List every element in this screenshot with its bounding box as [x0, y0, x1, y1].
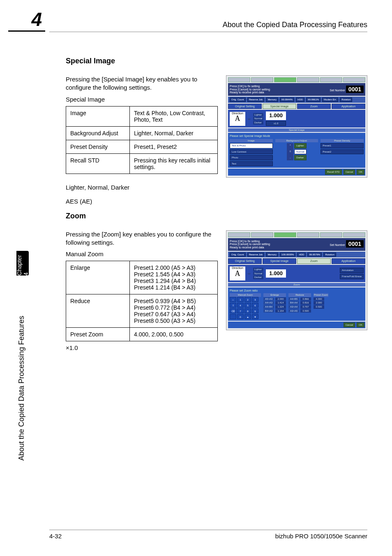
keypad-key[interactable]: 2: [244, 297, 251, 302]
mini-normal: Normal: [253, 272, 263, 276]
tab-original-setting[interactable]: Original Setting: [228, 104, 262, 109]
zoom-ratio-display: 1.000: [266, 269, 286, 278]
annotation-button[interactable]: Annotation: [340, 268, 364, 273]
keypad-icon[interactable]: ⌂: [230, 297, 236, 302]
opt-low-contrast[interactable]: Low Contrast: [230, 149, 273, 155]
reduce-row[interactable]: B4>A40.816: [288, 301, 311, 305]
table-row: Background AdjustLighter, Normal, Darker: [66, 126, 218, 140]
chapter-side-tab: Chapter 4: [16, 251, 29, 276]
mini-lighter: Lighter: [253, 113, 263, 117]
tab-application[interactable]: Application: [332, 258, 365, 264]
status-line: Press [Cancel] to cancel setting: [230, 243, 270, 246]
reduce-row[interactable]: A4>B50.866: [288, 297, 311, 301]
ok-button[interactable]: OK: [357, 169, 364, 175]
mode-tab[interactable]: [343, 77, 365, 82]
keypad-key[interactable]: 4: [237, 303, 244, 308]
x10-indicator: x1.0: [266, 121, 286, 126]
mode-tab[interactable]: [320, 77, 342, 82]
mode-tab[interactable]: [320, 232, 342, 237]
keypad-key[interactable]: 0: [237, 314, 244, 319]
cell-key: Enlarge: [66, 261, 130, 294]
direction-letter: A: [235, 270, 240, 277]
status-line: Ready to receive print data: [230, 91, 270, 94]
mode-tab[interactable]: [343, 232, 365, 237]
keypad-key[interactable]: 6: [252, 303, 258, 308]
tab-zoom[interactable]: Zoom: [297, 104, 331, 109]
cancel-button[interactable]: Cancel: [344, 322, 355, 328]
hdd-pct: 99.9961%: [306, 97, 321, 102]
product-name: bizhub PRO 1050/1050e Scanner: [275, 533, 367, 540]
cancel-button[interactable]: Cancel: [344, 169, 355, 175]
enlarge-row[interactable]: B4>A31.154: [263, 309, 286, 313]
set-number-label: Set Number: [330, 89, 345, 92]
mini-darker: Darker: [253, 121, 263, 125]
bg-slider[interactable]: +0-: [287, 143, 293, 160]
keypad-key[interactable]: 8: [244, 308, 251, 313]
zoom-intro: Pressing the [Zoom] key enables you to c…: [66, 230, 218, 247]
enlarge-row[interactable]: A4>A31.414: [263, 301, 286, 305]
keypad-key[interactable]: 3: [252, 297, 258, 302]
preset-density-header: Preset Density: [321, 139, 364, 143]
tab-zoom[interactable]: Zoom: [297, 258, 331, 264]
zoom-line1: ×1.0: [66, 344, 218, 352]
tab-special-image[interactable]: Special Image: [263, 258, 296, 264]
memory-chip: Memory: [266, 253, 278, 257]
recall-std-button[interactable]: Recall STD: [325, 169, 341, 175]
bg-normal-button[interactable]: Normal: [294, 149, 306, 155]
enlarge-row[interactable]: A4>B41.224: [263, 305, 286, 309]
tab-original-setting[interactable]: Original Setting: [228, 258, 262, 264]
top-mode-tabs: [228, 77, 365, 82]
tab-special-image[interactable]: Special Image: [263, 104, 296, 109]
preset-zoom-row[interactable]: 2.000: [314, 301, 328, 305]
preset-zoom-row[interactable]: 0.500: [314, 305, 328, 309]
set-number-value: 0001: [346, 86, 364, 93]
chapter-number-box: 4: [8, 8, 45, 32]
ok-button[interactable]: OK: [357, 322, 364, 328]
reduce-row[interactable]: A3>A50.500: [288, 309, 311, 313]
mode-tab[interactable]: [251, 77, 273, 82]
opt-text[interactable]: Text: [230, 161, 273, 167]
keypad-up[interactable]: ▲: [244, 314, 251, 319]
mode-tab-active[interactable]: [274, 77, 296, 82]
keypad-key[interactable]: 7: [237, 308, 244, 313]
cell-key: Recall STD: [66, 153, 130, 174]
keypad-icon[interactable]: ⇧: [230, 303, 236, 308]
cell-val: Preset1, Preset2: [129, 140, 217, 153]
preset2-button[interactable]: Preset2: [321, 149, 364, 155]
top-mode-tabs: [228, 232, 365, 237]
bg-darker-button[interactable]: Darker: [294, 155, 306, 160]
manual-zoom-header: Manual Zoom: [230, 293, 261, 297]
enlarge-header: Enlarge: [263, 293, 286, 297]
mode-tab[interactable]: [228, 77, 250, 82]
mode-tab[interactable]: [297, 77, 319, 82]
mode-tab[interactable]: [251, 232, 273, 237]
cell-val: Lighter, Normal, Darker: [129, 126, 217, 140]
preset-zoom-row[interactable]: 4.000: [314, 297, 328, 301]
mode-tab-active[interactable]: [274, 232, 296, 237]
keypad-key[interactable]: 9: [252, 308, 258, 313]
info-bar: Orig. Count Reserve Job Memory 100.0000%…: [228, 252, 365, 258]
bg-lighter-button[interactable]: Lighter: [294, 143, 306, 148]
reduce-row[interactable]: A3>A40.707: [288, 305, 311, 309]
opt-photo[interactable]: Photo: [230, 155, 273, 160]
keypad-key[interactable]: 1: [237, 297, 244, 302]
status-line: Press [OK] to fix setting: [230, 240, 270, 243]
memory-pct: 99.9944%: [280, 97, 294, 102]
cell-val: Preset5 0.939 (A4 > B5) Preset6 0.772 (B…: [129, 294, 217, 328]
mode-tab[interactable]: [228, 232, 250, 237]
enlarge-row[interactable]: A5>A32.000: [263, 297, 286, 301]
prompt-text: Please set Zoom ratio: [230, 289, 364, 292]
keypad-key[interactable]: 5: [244, 303, 251, 308]
mode-tab[interactable]: [297, 232, 319, 237]
zoom-panel: Please set Zoom ratio Manual Zoom ⌂ 1 2 …: [228, 287, 365, 321]
tab-application[interactable]: Application: [332, 104, 365, 109]
page-header-title: About the Copied Data Processing Feature…: [49, 21, 367, 32]
table-row: EnlargePreset1 2.000 (A5 > A3) Preset2 1…: [66, 261, 218, 294]
set-number-label: Set Number: [330, 243, 345, 246]
keypad-down[interactable]: ▼: [252, 314, 258, 319]
preset1-button[interactable]: Preset1: [321, 143, 364, 148]
density-mini-stack: Lighter Normal Darker: [253, 268, 263, 279]
keypad-icon[interactable]: ⌫: [230, 308, 236, 313]
opt-text-photo[interactable]: Text & Photo: [230, 143, 273, 148]
frame-erase-button[interactable]: Frame/Fold Erase: [340, 274, 364, 279]
